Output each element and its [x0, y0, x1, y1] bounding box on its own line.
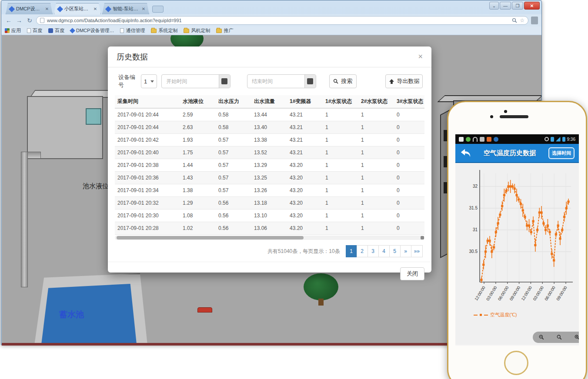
scrollbar-thumb[interactable] — [117, 236, 304, 239]
battery-icon — [562, 137, 565, 142]
sensor-dot — [504, 110, 507, 113]
table-row[interactable]: 2017-09-01 20:301.080.5613.1043.20110380 — [115, 209, 424, 222]
bookmark-item[interactable]: 应用 — [5, 27, 21, 34]
forward-icon[interactable]: → — [15, 17, 23, 24]
zoom-in-icon[interactable] — [575, 335, 579, 340]
refresh-icon[interactable]: ↻ — [26, 17, 33, 24]
table-row[interactable]: 2017-09-01 20:281.020.5613.0643.20110380 — [115, 222, 424, 235]
page-button[interactable]: » — [400, 245, 411, 257]
column-header[interactable]: 1#变频器 — [287, 95, 323, 108]
browser-titlebar[interactable]: DMCP设备管理系统✕小区泵站远程监控✕智能-泵站远程管理…✕ ⌄ — ❐ ✕ — [1, 0, 541, 14]
column-header[interactable]: 采集时间 — [115, 95, 180, 108]
calendar-button[interactable] — [219, 74, 230, 88]
browser-tab[interactable]: 小区泵站远程监控✕ — [54, 3, 101, 14]
restore-button[interactable]: ❐ — [512, 2, 523, 10]
status-time: 9:36 — [567, 137, 575, 142]
page-button[interactable]: 4 — [378, 245, 390, 257]
bookmark-item[interactable]: 通信管理 — [120, 27, 145, 34]
minimize-button[interactable]: — — [500, 2, 511, 10]
scrollbar-end-button[interactable] — [421, 236, 424, 239]
horizontal-scrollbar[interactable] — [115, 236, 424, 240]
bookmark-item[interactable]: 推广 — [216, 27, 233, 34]
page-button[interactable]: 3 — [368, 245, 379, 257]
table-row[interactable]: 2017-09-01 20:381.440.5713.2943.20110380 — [115, 159, 424, 172]
browser-tab[interactable]: DMCP设备管理系统✕ — [6, 3, 53, 14]
table-cell: 1 — [323, 197, 358, 209]
url-text[interactable]: www.dgmcp.com/DataAction!loadEquipInfo.a… — [47, 18, 509, 23]
bookmark-item[interactable]: 百度 — [48, 27, 64, 34]
back-arrow-icon[interactable] — [460, 148, 471, 158]
search-button[interactable]: 搜索 — [329, 74, 357, 88]
page-button[interactable]: 1 — [346, 245, 357, 257]
tab-close-icon[interactable]: ✕ — [44, 7, 50, 11]
bookmark-item[interactable]: DMCP设备管理… — [70, 27, 114, 34]
new-tab-button[interactable] — [152, 6, 164, 13]
pump-cabinet[interactable] — [27, 96, 103, 159]
device-select[interactable]: 1 — [141, 74, 157, 88]
tab-close-icon[interactable]: ✕ — [93, 7, 98, 11]
calendar-button[interactable] — [304, 74, 316, 88]
browser-menu-button[interactable] — [531, 17, 538, 24]
page-button[interactable]: »» — [411, 245, 423, 257]
column-header[interactable]: 3#水泵状态 — [394, 95, 424, 108]
window-menu-button[interactable]: ⌄ — [489, 2, 499, 10]
reservoir-water[interactable] — [38, 284, 138, 343]
sdcard-icon — [459, 137, 464, 142]
table-cell: 43.20 — [287, 184, 323, 197]
table-row[interactable]: 2017-09-01 20:442.590.5813.4443.21110380 — [115, 108, 424, 121]
bookmark-star-icon[interactable]: ☆ — [520, 17, 525, 23]
svg-text:09:00:00: 09:00:00 — [508, 285, 521, 301]
table-row[interactable]: 2017-09-01 20:361.430.5713.2543.20110380 — [115, 172, 424, 184]
calendar-icon — [307, 78, 313, 84]
column-header[interactable]: 1#水泵状态 — [323, 95, 358, 108]
table-row[interactable]: 2017-09-01 20:442.630.5813.4043.21110380 — [115, 121, 424, 134]
column-header[interactable]: 水池液位 — [180, 95, 216, 108]
table-row[interactable]: 2017-09-01 20:321.290.5613.1843.20110380 — [115, 197, 424, 209]
svg-text:12:00:00: 12:00:00 — [474, 285, 486, 301]
tab-label: 智能-泵站远程管理… — [113, 6, 139, 12]
table-row[interactable]: 2017-09-01 20:421.930.5713.3843.21110380 — [115, 134, 424, 146]
notification-icon — [487, 137, 491, 142]
modal-close-button[interactable]: 关闭 — [400, 267, 424, 280]
table-cell: 1 — [323, 108, 358, 121]
table-row[interactable]: 2017-09-01 20:401.750.5713.5243.21110380 — [115, 146, 424, 159]
tab-close-icon[interactable]: ✕ — [141, 7, 146, 11]
start-time-input[interactable]: 开始时间 — [161, 74, 231, 88]
page-button[interactable]: 2 — [357, 245, 368, 257]
tab-label: DMCP设备管理系统 — [16, 6, 42, 12]
browser-tab[interactable]: 智能-泵站远程管理…✕ — [102, 3, 149, 14]
end-time-input[interactable]: 结束时间 — [247, 74, 316, 88]
home-button[interactable] — [504, 351, 528, 375]
column-header[interactable]: 出水压力 — [216, 95, 251, 108]
url-bar[interactable]: www.dgmcp.com/DataAction!loadEquipInfo.a… — [36, 16, 528, 25]
zoom-out-icon[interactable] — [539, 335, 544, 340]
table-cell: 13.29 — [251, 159, 287, 172]
zoom-page-icon[interactable] — [512, 18, 517, 23]
back-icon[interactable]: ← — [5, 17, 13, 24]
select-time-button[interactable]: 选择时间 — [548, 147, 575, 159]
export-data-button[interactable]: 导出数据 — [385, 74, 423, 88]
page-button[interactable]: 5 — [389, 245, 401, 257]
table-cell: 1 — [358, 159, 394, 172]
table-cell: 1.44 — [180, 159, 216, 172]
column-header[interactable]: 2#水泵状态 — [358, 95, 394, 108]
temperature-chart[interactable]: 30.53131.53212:00:0003:00:0006:00:0009:0… — [465, 166, 575, 310]
bookmark-item[interactable]: 系统定制 — [151, 27, 177, 34]
zoom-reset-icon[interactable] — [557, 335, 562, 340]
table-cell: 1 — [323, 184, 358, 197]
modal-close-icon[interactable]: × — [418, 52, 423, 61]
modal-header: 历史数据 × — [108, 47, 431, 67]
table-cell: 0 — [394, 172, 424, 184]
table-cell: 43.20 — [287, 222, 323, 235]
svg-text:31.5: 31.5 — [469, 206, 478, 210]
table-cell: 2017-09-01 20:28 — [115, 222, 180, 235]
table-row[interactable]: 2017-09-01 20:341.380.5713.2643.20110380 — [115, 184, 424, 197]
bookmark-item[interactable]: 百度 — [27, 27, 42, 34]
table-cell: 2017-09-01 20:38 — [115, 159, 180, 172]
table-cell: 43.20 — [287, 159, 323, 172]
folder-icon — [184, 29, 189, 33]
table-cell: 0 — [394, 134, 424, 146]
column-header[interactable]: 出水流量 — [251, 95, 287, 108]
close-window-button[interactable]: ✕ — [524, 2, 540, 10]
bookmark-item[interactable]: 风机定制 — [184, 27, 210, 34]
